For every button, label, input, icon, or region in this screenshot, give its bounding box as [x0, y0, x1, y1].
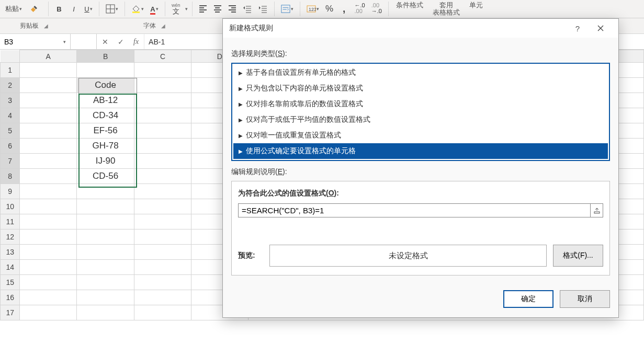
name-box[interactable]: ▾ — [0, 34, 71, 49]
indent-left-button[interactable] — [241, 2, 254, 16]
chevron-down-icon[interactable]: ▾ — [63, 39, 66, 44]
name-box-input[interactable] — [4, 38, 46, 46]
cell-C3[interactable] — [134, 93, 191, 108]
rule-type-item-3[interactable]: ▶仅对高于或低于平均值的数值设置格式 — [233, 112, 608, 128]
cell-B10[interactable] — [77, 199, 134, 214]
cell-C5[interactable] — [134, 123, 191, 139]
col-header-C[interactable]: C — [134, 50, 191, 63]
fill-color-button[interactable]: ▾ — [129, 2, 146, 16]
align-center-button[interactable] — [211, 2, 224, 16]
table-format-button[interactable]: 套用 表格格式 — [433, 2, 460, 17]
cell-A4[interactable] — [20, 108, 77, 123]
row-header-1[interactable]: 1 — [1, 63, 20, 78]
rule-type-item-1[interactable]: ▶只为包含以下内容的单元格设置格式 — [233, 81, 608, 96]
bold-button[interactable]: B — [53, 2, 65, 16]
row-header-2[interactable]: 2 — [1, 78, 20, 93]
rule-type-item-4[interactable]: ▶仅对唯一值或重复值设置格式 — [233, 128, 608, 143]
cell-A3[interactable] — [20, 93, 77, 108]
cell-C16[interactable] — [134, 290, 191, 305]
cell-C13[interactable] — [134, 245, 191, 260]
cell-A6[interactable] — [20, 139, 77, 154]
cell-A12[interactable] — [20, 229, 77, 245]
row-header-9[interactable]: 9 — [1, 184, 20, 199]
close-button[interactable] — [589, 19, 612, 37]
cell-C10[interactable] — [134, 199, 191, 214]
cell-B16[interactable] — [77, 290, 134, 305]
row-header-15[interactable]: 15 — [1, 275, 20, 290]
col-header-A[interactable]: A — [20, 50, 77, 63]
cell-A14[interactable] — [20, 260, 77, 275]
indent-right-button[interactable] — [256, 2, 270, 16]
increase-decimal-button[interactable]: ←.0.00 — [353, 2, 367, 16]
comma-button[interactable]: , — [338, 2, 351, 16]
cell-B2[interactable]: Code — [77, 78, 134, 93]
cell-B9[interactable] — [77, 184, 134, 199]
cell-B15[interactable] — [77, 275, 134, 290]
row-header-13[interactable]: 13 — [1, 245, 20, 260]
cell-A16[interactable] — [20, 290, 77, 305]
cell-A10[interactable] — [20, 199, 77, 214]
cell-C11[interactable] — [134, 214, 191, 229]
cell-B14[interactable] — [77, 260, 134, 275]
cell-C2[interactable] — [134, 78, 191, 93]
cell-A7[interactable] — [20, 154, 77, 169]
ok-button[interactable]: 确定 — [503, 290, 553, 308]
select-all-corner[interactable] — [1, 50, 20, 63]
row-header-6[interactable]: 6 — [1, 139, 20, 154]
cell-C12[interactable] — [134, 229, 191, 245]
underline-button[interactable]: U▾ — [82, 2, 95, 16]
accept-entry-button[interactable]: ✓ — [116, 37, 126, 47]
paste-button[interactable]: 粘贴 ▾ — [3, 4, 24, 14]
rule-type-item-0[interactable]: ▶基于各自值设置所有单元格的格式 — [233, 65, 608, 81]
cancel-button[interactable]: 取消 — [560, 290, 610, 308]
conditional-format-button[interactable]: 条件格式 — [396, 2, 423, 9]
row-header-4[interactable]: 4 — [1, 108, 20, 123]
cell-B3[interactable]: AB-12 — [77, 93, 134, 108]
formula-input[interactable] — [238, 203, 591, 217]
cell-A17[interactable] — [20, 305, 77, 320]
cell-C7[interactable] — [134, 154, 191, 169]
borders-button[interactable]: ▾ — [104, 2, 120, 16]
cell-C4[interactable] — [134, 108, 191, 123]
dialog-titlebar[interactable]: 新建格式规则 ? — [223, 19, 618, 38]
row-header-12[interactable]: 12 — [1, 229, 20, 245]
dialog-launcher-icon[interactable]: ◢ — [44, 23, 48, 29]
cell-B13[interactable] — [77, 245, 134, 260]
cell-A13[interactable] — [20, 245, 77, 260]
align-left-button[interactable] — [197, 2, 209, 16]
row-header-10[interactable]: 10 — [1, 199, 20, 214]
row-header-3[interactable]: 3 — [1, 93, 20, 108]
number-format-button[interactable]: 123 ▾ — [304, 2, 321, 16]
format-painter-button[interactable] — [27, 2, 41, 16]
cell-B1[interactable] — [77, 63, 134, 78]
cell-C15[interactable] — [134, 275, 191, 290]
cell-C8[interactable] — [134, 169, 191, 184]
row-header-7[interactable]: 7 — [1, 154, 20, 169]
wrap-text-button[interactable]: ▾ — [279, 2, 296, 16]
cell-A5[interactable] — [20, 123, 77, 139]
col-header-B[interactable]: B — [77, 50, 134, 63]
phonetic-button[interactable]: wén 文 — [170, 2, 183, 16]
dialog-launcher-icon[interactable]: ◢ — [161, 23, 165, 29]
percent-button[interactable]: % — [323, 2, 336, 16]
decrease-decimal-button[interactable]: .00→.0 — [369, 2, 384, 16]
cell-B11[interactable] — [77, 214, 134, 229]
cell-C1[interactable] — [134, 63, 191, 78]
rule-type-item-2[interactable]: ▶仅对排名靠前或靠后的数值设置格式 — [233, 96, 608, 112]
italic-button[interactable]: I — [67, 2, 80, 16]
row-header-8[interactable]: 8 — [1, 169, 20, 184]
cell-A1[interactable] — [20, 63, 77, 78]
cell-A15[interactable] — [20, 275, 77, 290]
row-header-17[interactable]: 17 — [1, 305, 20, 320]
cell-B8[interactable]: CD-56 — [77, 169, 134, 184]
cell-C9[interactable] — [134, 184, 191, 199]
cell-B17[interactable] — [77, 305, 134, 320]
row-header-14[interactable]: 14 — [1, 260, 20, 275]
rule-type-item-5[interactable]: ▶使用公式确定要设置格式的单元格 — [233, 143, 608, 159]
cell-B4[interactable]: CD-34 — [77, 108, 134, 123]
cell-C14[interactable] — [134, 260, 191, 275]
format-button[interactable]: 格式(F)... — [553, 245, 603, 267]
cell-styles-button[interactable]: 单元 — [469, 2, 483, 9]
fx-button[interactable]: fx — [131, 37, 141, 47]
cell-C17[interactable] — [134, 305, 191, 320]
